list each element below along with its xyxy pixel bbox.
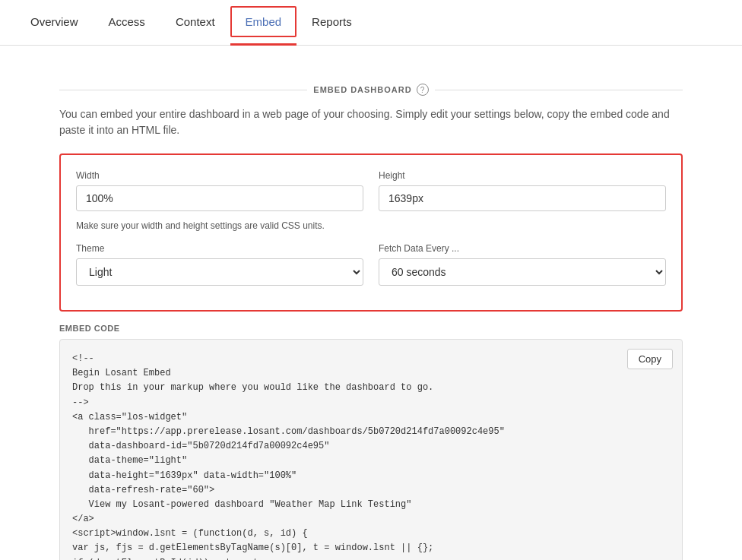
nav-item-reports[interactable]: Reports	[296, 0, 367, 46]
embed-code-content: <!-- Begin Losant Embed Drop this in you…	[72, 352, 670, 560]
title-line-right	[435, 90, 683, 90]
nav-item-context[interactable]: Context	[160, 0, 230, 46]
fetch-group: Fetch Data Every ... Never 30 seconds 60…	[379, 243, 666, 286]
top-navigation: Overview Access Context Embed Reports	[0, 0, 742, 46]
width-label: Width	[76, 170, 363, 181]
embed-code-box: Copy <!-- Begin Losant Embed Drop this i…	[59, 339, 683, 560]
nav-item-overview[interactable]: Overview	[15, 0, 94, 46]
validation-message: Make sure your width and height settings…	[76, 220, 666, 231]
height-input[interactable]	[379, 185, 666, 211]
help-icon[interactable]: ?	[417, 84, 429, 96]
theme-group: Theme Light Dark	[76, 243, 363, 286]
embed-code-label: Embed Code	[59, 324, 683, 333]
main-content: EMBED DASHBOARD ? You can embed your ent…	[29, 46, 713, 560]
copy-button[interactable]: Copy	[627, 349, 673, 369]
theme-select[interactable]: Light Dark	[76, 258, 363, 286]
embed-description: You can embed your entire dashboard in a…	[59, 106, 683, 138]
height-group: Height	[379, 170, 666, 211]
theme-label: Theme	[76, 243, 363, 254]
section-title: EMBED DASHBOARD	[313, 85, 411, 94]
settings-box: Width Height Make sure your width and he…	[59, 153, 683, 312]
fetch-label: Fetch Data Every ...	[379, 243, 666, 254]
theme-fetch-row: Theme Light Dark Fetch Data Every ... Ne…	[76, 243, 666, 286]
height-label: Height	[379, 170, 666, 181]
nav-item-embed[interactable]: Embed	[230, 0, 297, 46]
title-line-left	[59, 90, 307, 90]
width-input[interactable]	[76, 185, 363, 211]
nav-item-access[interactable]: Access	[94, 0, 160, 46]
dimensions-row: Width Height	[76, 170, 666, 211]
width-group: Width	[76, 170, 363, 211]
fetch-select[interactable]: Never 30 seconds 60 seconds 5 minutes 10…	[379, 258, 666, 286]
